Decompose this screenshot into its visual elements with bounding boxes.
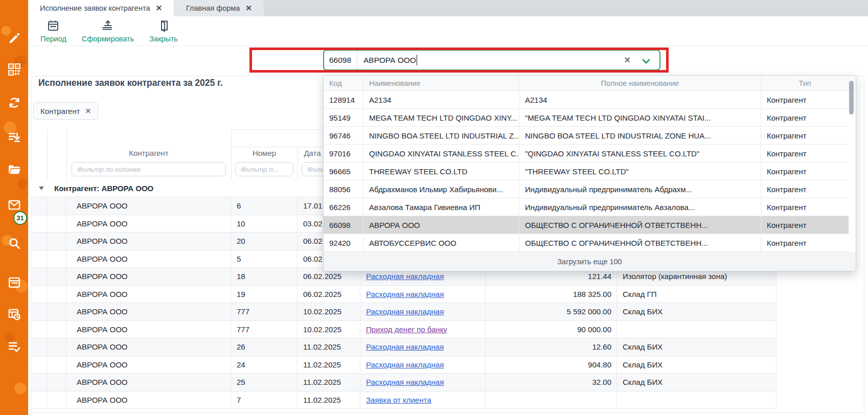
cell-warehouse xyxy=(617,391,776,409)
document-link[interactable]: Расходная накладная xyxy=(366,360,444,369)
toolbar: Период Сформировать Закрыть xyxy=(28,16,868,45)
table-row[interactable]: АВРОРА ООО77710.02.2025Приход денег по б… xyxy=(31,321,776,339)
dropdown-row[interactable]: 96746NINGBO BOA STEEL LTD INDUSTRIAL Z..… xyxy=(324,127,856,145)
document-link[interactable]: Расходная накладная xyxy=(366,307,444,316)
document-link[interactable]: Расходная накладная xyxy=(366,272,444,281)
list-export-icon[interactable] xyxy=(8,130,21,144)
document-link[interactable]: Расходная накладная xyxy=(366,342,444,351)
dropdown-header-fullname[interactable]: Полное наименование xyxy=(519,76,761,91)
load-more-button[interactable]: Загрузить еще 100 xyxy=(324,252,856,271)
dropdown-scrollbar[interactable] xyxy=(849,81,854,114)
dropdown-row[interactable]: 95149MEGA TEAM TECH LTD QINGDAO XINY..."… xyxy=(324,109,856,127)
cell-date: 11.02.2025 xyxy=(298,356,360,374)
document-link[interactable]: Заявка от клиента xyxy=(366,396,431,404)
tab-main-form[interactable]: Главная форма ✕ xyxy=(174,0,264,16)
document-link[interactable]: Расходная накладная xyxy=(366,378,444,386)
schedule-table-icon[interactable] xyxy=(8,308,21,321)
sync-icon[interactable] xyxy=(8,96,21,109)
counterparty-filter-field[interactable] xyxy=(72,162,226,176)
close-button[interactable]: Закрыть xyxy=(149,19,178,43)
grouping-chip-label: Контрагент xyxy=(40,107,80,116)
dropdown-row[interactable]: 96665THREEWAY STEEL CO.LTD"THREEWAY STEE… xyxy=(324,163,856,180)
dropdown-header-code[interactable]: Код xyxy=(324,76,363,91)
cell-number: 25 xyxy=(231,374,298,391)
table-row[interactable]: АВРОРА ООО77710.02.2025Расходная накладн… xyxy=(31,303,776,321)
chevron-down-icon[interactable] xyxy=(642,57,650,66)
table-row[interactable]: АВРОРА ООО1906.02.2025Расходная накладна… xyxy=(31,286,776,304)
cell-date: 06.02.2025 xyxy=(298,286,360,303)
cell-warehouse: Склад ГП xyxy=(617,286,776,303)
column-header-number[interactable]: Номер xyxy=(231,149,298,157)
generate-button[interactable]: Сформировать xyxy=(82,19,134,43)
folder-open-icon[interactable] xyxy=(8,163,21,176)
cell-date: 11.02.2025 xyxy=(298,338,360,356)
cell-number: 10 xyxy=(231,215,298,233)
counterparty-filter-input[interactable] xyxy=(77,166,208,173)
calendar-icon[interactable] xyxy=(8,275,21,289)
search-icon[interactable] xyxy=(8,237,21,250)
cell-amount: 904.80 xyxy=(486,356,617,374)
column-header-date[interactable]: Дата xyxy=(300,149,325,157)
table-row[interactable]: АВРОРА ООО2411.02.2025Расходная накладна… xyxy=(31,356,776,374)
dropdown-row[interactable]: 128914A2134A2134Контрагент xyxy=(324,91,856,109)
cell-date: 10.02.2025 xyxy=(298,321,360,338)
document-link[interactable]: Приход денег по банку xyxy=(366,325,447,334)
dropdown-row[interactable]: 88056Абдрахманов Ильмир Хабирьянови...Ин… xyxy=(324,180,856,198)
cell-date: 11.02.2025 xyxy=(298,374,360,391)
tab-close-icon[interactable]: ✕ xyxy=(245,4,252,13)
cell-number: 6 xyxy=(231,197,298,215)
cell-counterparty: АВРОРА ООО xyxy=(66,374,231,391)
cell-counterparty: АВРОРА ООО xyxy=(66,321,231,338)
dropdown-row[interactable]: 92420АВТОБУССЕРВИС ООООБЩЕСТВО С ОГРАНИЧ… xyxy=(324,234,856,252)
column-header-counterparty[interactable]: Контрагент xyxy=(66,149,231,157)
cell-number: 20 xyxy=(231,233,298,250)
cell-warehouse: Склад БИХ xyxy=(617,356,776,374)
cell-amount: 32.00 xyxy=(486,374,617,391)
cell-counterparty: АВРОРА ООО xyxy=(66,215,231,233)
cell-counterparty: АВРОРА ООО xyxy=(66,250,231,268)
cell-counterparty: АВРОРА ООО xyxy=(66,286,231,303)
cell-counterparty: АВРОРА ООО xyxy=(66,268,231,285)
number-filter-input[interactable] xyxy=(241,166,289,173)
text-cursor xyxy=(417,55,418,65)
mail-icon[interactable] xyxy=(8,198,21,212)
cell-counterparty: АВРОРА ООО xyxy=(66,197,231,215)
pencil-icon[interactable] xyxy=(8,32,21,45)
cell-number: 7 xyxy=(231,391,298,409)
period-button[interactable]: Период xyxy=(40,19,66,43)
table-row[interactable]: АВРОРА ООО2511.02.2025Расходная накладна… xyxy=(31,374,776,391)
counterparty-combo[interactable]: 66098 АВРОРА ООО ✕ xyxy=(323,50,660,71)
dropdown-header-name[interactable]: Наименование xyxy=(363,76,519,91)
dropdown-header-type[interactable]: Тип xyxy=(761,76,849,91)
cell-amount: 188 325.00 xyxy=(486,286,617,303)
cell-counterparty: АВРОРА ООО xyxy=(66,391,231,409)
cell-warehouse: Склад БИХ xyxy=(617,303,776,320)
dropdown-row-selected[interactable]: 66098АВРОРА ООООБЩЕСТВО С ОГРАНИЧЕННОЙ О… xyxy=(324,216,856,234)
counterparty-code-value[interactable]: 66098 xyxy=(324,56,357,65)
counterparty-dropdown: Код Наименование Полное наименование Тип… xyxy=(323,75,856,271)
tab-close-icon[interactable]: ✕ xyxy=(155,4,162,13)
qr-code-icon[interactable] xyxy=(8,63,21,76)
cell-amount: 12.60 xyxy=(486,338,617,356)
number-filter-field[interactable] xyxy=(235,162,293,176)
cell-number: 777 xyxy=(231,303,298,320)
grouping-chip[interactable]: Контрагент ✕ xyxy=(33,102,98,120)
cell-counterparty: АВРОРА ООО xyxy=(66,356,231,374)
clear-icon[interactable]: ✕ xyxy=(624,55,631,65)
document-link[interactable]: Расходная накладная xyxy=(366,290,444,298)
table-row[interactable]: АВРОРА ООО711.02.2025Заявка от клиента xyxy=(31,391,776,409)
cell-number: 5 xyxy=(231,250,298,268)
task-list-icon[interactable] xyxy=(8,340,21,353)
collapse-triangle-icon[interactable] xyxy=(39,187,44,190)
main-area: Исполнение заявок контрагента ✕ Главная … xyxy=(28,0,868,415)
cell-amount xyxy=(486,391,617,409)
remove-grouping-icon[interactable]: ✕ xyxy=(85,107,92,115)
tab-execution-report[interactable]: Исполнение заявок контрагента ✕ xyxy=(28,0,174,16)
counterparty-name-value[interactable]: АВРОРА ООО xyxy=(357,56,416,65)
generate-icon xyxy=(102,19,114,34)
tab-label: Исполнение заявок контрагента xyxy=(40,4,150,12)
dropdown-row[interactable]: 97016QINGDAO XINYATAI STANLESS STEEL C..… xyxy=(324,145,856,163)
period-button-label: Период xyxy=(40,35,66,43)
dropdown-row[interactable]: 66226Авзалова Тамара Гивиевна ИПИндивиду… xyxy=(324,198,856,216)
table-row[interactable]: АВРОРА ООО2611.02.2025Расходная накладна… xyxy=(31,338,776,356)
